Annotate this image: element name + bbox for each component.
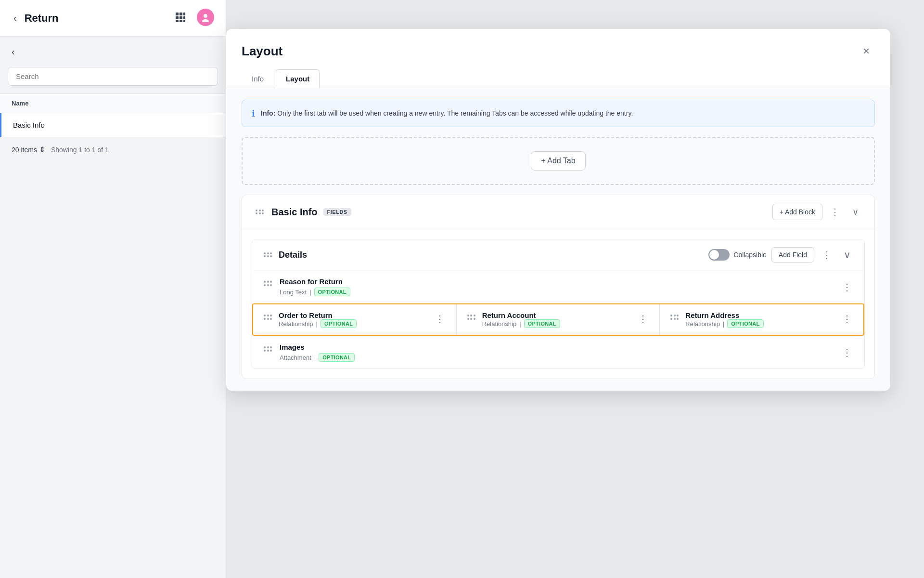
add-field-button[interactable]: Add Field <box>771 247 814 263</box>
info-banner: ℹ Info: Only the first tab will be used … <box>242 100 875 127</box>
details-header-left: Details <box>262 250 307 260</box>
details-drag-handle[interactable] <box>262 250 274 260</box>
add-tab-area[interactable]: + Add Tab <box>242 137 875 185</box>
svg-point-10 <box>202 19 209 22</box>
tab-layout[interactable]: Layout <box>276 69 320 88</box>
top-right-controls <box>172 9 214 26</box>
block-drag-handle[interactable] <box>254 208 266 217</box>
field-name-address: Return Address <box>685 311 834 319</box>
field-drag-address[interactable] <box>668 313 680 322</box>
grid-icon[interactable] <box>172 9 189 26</box>
field-more-button[interactable]: ⋮ <box>839 279 855 295</box>
field-meta-order: Relationship | OPTIONAL <box>279 319 427 328</box>
modal-body: ℹ Info: Only the first tab will be used … <box>226 88 890 391</box>
field-row-left: Reason for Return Long Text | OPTIONAL <box>262 277 350 296</box>
items-count: 20 items ⇕ <box>12 145 45 154</box>
svg-rect-6 <box>176 20 179 22</box>
multi-field-row: Order to Return Relationship | OPTIONAL … <box>252 303 864 336</box>
sidebar-item-basic-layout[interactable]: Basic Info <box>0 113 226 137</box>
field-info-account: Return Account Relationship | OPTIONAL <box>482 311 631 328</box>
tab-info[interactable]: Info <box>242 69 274 88</box>
field-row-reason: Reason for Return Long Text | OPTIONAL ⋮ <box>252 270 864 303</box>
block-header-left: Basic Info FIELDS <box>254 207 351 218</box>
field-row-images: Images Attachment | OPTIONAL ⋮ <box>252 336 864 368</box>
sidebar-back-btn[interactable]: ‹ <box>0 37 226 62</box>
svg-rect-2 <box>183 13 185 15</box>
details-header-right: Collapsible Add Field ⋮ ∨ <box>708 247 855 263</box>
close-button[interactable]: × <box>858 42 875 60</box>
modal-overlay: Layout × Info Layout ℹ Info: Only the fi… <box>226 0 924 578</box>
field-meta-address: Relationship | OPTIONAL <box>685 319 834 328</box>
svg-rect-5 <box>183 16 185 19</box>
block-more-button[interactable]: ⋮ <box>827 204 843 220</box>
modal-title: Layout <box>242 44 282 59</box>
field-more-address[interactable]: ⋮ <box>839 311 855 327</box>
field-type: Long Text <box>280 289 307 296</box>
field-more-account[interactable]: ⋮ <box>635 311 651 327</box>
field-info-images: Images Attachment | OPTIONAL <box>280 343 355 362</box>
details-collapse-button[interactable]: ∨ <box>839 247 855 263</box>
back-button[interactable]: ‹ <box>12 11 19 26</box>
field-meta-images: Attachment | OPTIONAL <box>280 353 355 362</box>
modal-tabs: Info Layout <box>226 69 890 88</box>
field-meta: Long Text | OPTIONAL <box>280 288 350 296</box>
field-more-order[interactable]: ⋮ <box>432 311 448 327</box>
field-meta-account: Relationship | OPTIONAL <box>482 319 631 328</box>
sidebar-title: Return <box>25 12 59 25</box>
field-info-address: Return Address Relationship | OPTIONAL <box>685 311 834 328</box>
field-col-return-account: Return Account Relationship | OPTIONAL ⋮ <box>457 304 660 335</box>
field-drag-images[interactable] <box>262 344 274 354</box>
field-info: Reason for Return Long Text | OPTIONAL <box>280 277 350 296</box>
field-name-account: Return Account <box>482 311 631 319</box>
field-type-images: Attachment <box>280 354 311 361</box>
field-name-order: Order to Return <box>279 311 427 319</box>
modal: Layout × Info Layout ℹ Info: Only the fi… <box>226 29 890 391</box>
block-header: Basic Info FIELDS + Add Block ⋮ ∨ <box>242 195 874 229</box>
modal-header: Layout × <box>226 29 890 69</box>
svg-rect-0 <box>176 13 179 15</box>
basic-info-block: Basic Info FIELDS + Add Block ⋮ ∨ <box>242 195 875 379</box>
details-more-button[interactable]: ⋮ <box>819 247 834 263</box>
field-drag-account[interactable] <box>465 313 477 322</box>
field-col-order-to-return: Order to Return Relationship | OPTIONAL … <box>253 304 457 335</box>
field-name: Reason for Return <box>280 277 350 286</box>
avatar[interactable] <box>197 9 214 26</box>
block-title: Basic Info <box>271 207 318 218</box>
toggle-knob <box>709 250 719 260</box>
collapsible-toggle-wrapper: Collapsible <box>708 249 766 261</box>
search-input[interactable] <box>8 67 218 86</box>
info-icon: ℹ <box>252 108 255 119</box>
table-column-header: Name <box>0 93 226 113</box>
field-drag-handle[interactable] <box>262 279 274 288</box>
svg-rect-7 <box>180 20 182 22</box>
optional-badge: OPTIONAL <box>314 288 350 296</box>
showing-label: Showing 1 to 1 of 1 <box>51 146 109 154</box>
svg-rect-1 <box>180 13 182 15</box>
add-block-button[interactable]: + Add Block <box>772 204 822 220</box>
details-block: Details Collapsible Add Field ⋮ ∨ <box>252 239 865 369</box>
optional-badge-images: OPTIONAL <box>319 353 355 362</box>
fields-badge: FIELDS <box>323 208 351 216</box>
block-header-right: + Add Block ⋮ ∨ <box>772 204 863 220</box>
field-info-order: Order to Return Relationship | OPTIONAL <box>279 311 427 328</box>
field-row-left-images: Images Attachment | OPTIONAL <box>262 343 355 362</box>
details-header: Details Collapsible Add Field ⋮ ∨ <box>252 239 864 270</box>
add-tab-button[interactable]: + Add Tab <box>531 151 585 171</box>
svg-rect-4 <box>180 16 182 19</box>
collapsible-label: Collapsible <box>733 251 766 259</box>
collapsible-toggle[interactable] <box>708 249 730 261</box>
field-drag-order[interactable] <box>262 313 274 322</box>
field-name-images: Images <box>280 343 355 351</box>
field-col-return-address: Return Address Relationship | OPTIONAL ⋮ <box>660 304 863 335</box>
svg-rect-8 <box>183 20 185 22</box>
sidebar: ‹ Return ‹ Name Ba <box>0 0 226 578</box>
svg-point-9 <box>204 14 207 18</box>
details-title: Details <box>279 250 307 260</box>
block-collapse-button[interactable]: ∨ <box>847 204 863 220</box>
svg-rect-3 <box>176 16 179 19</box>
info-text: Info: Only the first tab will be used wh… <box>261 108 633 118</box>
field-more-images[interactable]: ⋮ <box>839 345 855 360</box>
sidebar-footer: 20 items ⇕ Showing 1 to 1 of 1 <box>0 137 226 162</box>
